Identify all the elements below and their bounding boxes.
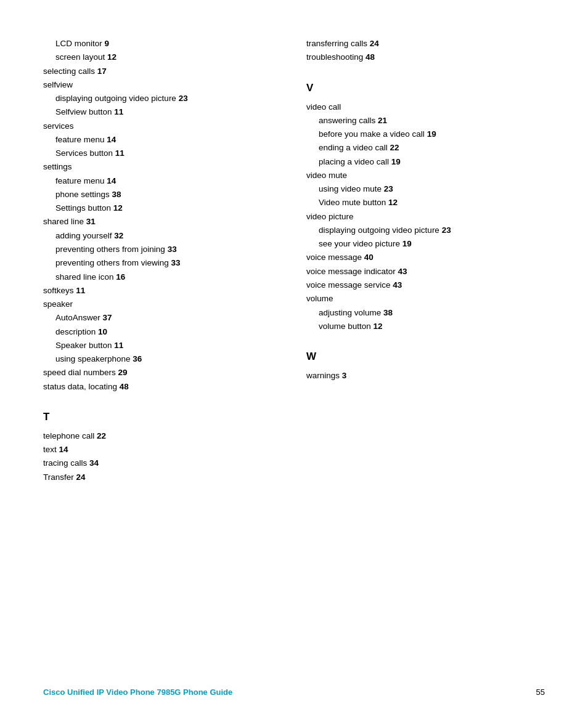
index-entry: video picture [306, 210, 545, 224]
index-entry: voice message 40 [306, 251, 545, 264]
index-entry: description 10 [43, 325, 282, 339]
index-entry: text 14 [43, 443, 282, 456]
index-entry: speed dial numbers 29 [43, 366, 282, 379]
index-entry: displaying outgoing video picture 23 [306, 224, 545, 237]
index-entry: settings [43, 160, 282, 174]
index-entry: volume [306, 292, 545, 306]
index-entry: see your video picture 19 [306, 237, 545, 251]
page-footer: Cisco Unified IP Video Phone 7985G Phone… [0, 688, 588, 697]
top-section-entries: transferring calls 24troubleshooting 48 [306, 37, 545, 65]
index-entry: using video mute 23 [306, 182, 545, 196]
footer-title: Cisco Unified IP Video Phone 7985G Phone… [43, 688, 232, 697]
index-entry: preventing others from joining 33 [43, 243, 282, 256]
index-entry: placing a video call 19 [306, 155, 545, 169]
section-header: W [306, 351, 545, 363]
index-section: Wwarnings 3 [306, 351, 545, 383]
index-entry: warnings 3 [306, 369, 545, 383]
index-entry: Services button 11 [43, 147, 282, 160]
left-top-entries: LCD monitor 9screen layout 12selecting c… [43, 37, 282, 484]
index-entry: AutoAnswer 37 [43, 311, 282, 325]
index-entry: ending a video call 22 [306, 141, 545, 155]
index-entry: video mute [306, 169, 545, 182]
index-entry: softkeys 11 [43, 284, 282, 298]
index-entry: feature menu 14 [43, 133, 282, 147]
index-entry: status data, locating 48 [43, 380, 282, 394]
index-columns: LCD monitor 9screen layout 12selecting c… [43, 37, 545, 489]
index-entry: selfview [43, 78, 282, 92]
index-entry: Speaker button 11 [43, 339, 282, 352]
index-entry: Settings button 12 [43, 201, 282, 215]
top-section-entries: LCD monitor 9screen layout 12selecting c… [43, 37, 282, 394]
index-entry: shared line 31 [43, 215, 282, 229]
index-entry: using speakerphone 36 [43, 352, 282, 366]
index-section: Ttelephone call 22text 14tracing calls 3… [43, 411, 282, 484]
index-entry: Video mute button 12 [306, 196, 545, 209]
index-entry: services [43, 120, 282, 133]
index-entry: displaying outgoing video picture 23 [43, 92, 282, 105]
index-entry: adjusting volume 38 [306, 306, 545, 320]
index-entry: selecting calls 17 [43, 65, 282, 78]
right-column: transferring calls 24troubleshooting 48V… [306, 37, 545, 489]
page: LCD monitor 9screen layout 12selecting c… [0, 0, 588, 714]
index-entry: LCD monitor 9 [43, 37, 282, 51]
section-header: T [43, 411, 282, 423]
index-entry: troubleshooting 48 [306, 51, 545, 64]
index-entry: adding yourself 32 [43, 229, 282, 243]
index-entry: feature menu 14 [43, 174, 282, 188]
index-entry: answering calls 21 [306, 114, 545, 128]
index-entry: phone settings 38 [43, 188, 282, 201]
index-entry: video call [306, 100, 545, 114]
index-entry: Selfview button 11 [43, 105, 282, 119]
index-entry: volume button 12 [306, 320, 545, 333]
index-entry: tracing calls 34 [43, 456, 282, 470]
index-entry: preventing others from viewing 33 [43, 256, 282, 270]
index-entry: speaker [43, 298, 282, 311]
left-column: LCD monitor 9screen layout 12selecting c… [43, 37, 282, 489]
index-section: Vvideo callanswering calls 21before you … [306, 82, 545, 334]
index-entry: shared line icon 16 [43, 270, 282, 284]
right-top-entries: transferring calls 24troubleshooting 48V… [306, 37, 545, 383]
index-entry: voice message service 43 [306, 278, 545, 292]
index-entry: voice message indicator 43 [306, 265, 545, 278]
index-entry: before you make a video call 19 [306, 128, 545, 141]
index-entry: transferring calls 24 [306, 37, 545, 51]
section-header: V [306, 82, 545, 94]
index-entry: Transfer 24 [43, 471, 282, 484]
index-entry: telephone call 22 [43, 429, 282, 443]
index-entry: screen layout 12 [43, 51, 282, 64]
footer-page-number: 55 [536, 688, 545, 697]
